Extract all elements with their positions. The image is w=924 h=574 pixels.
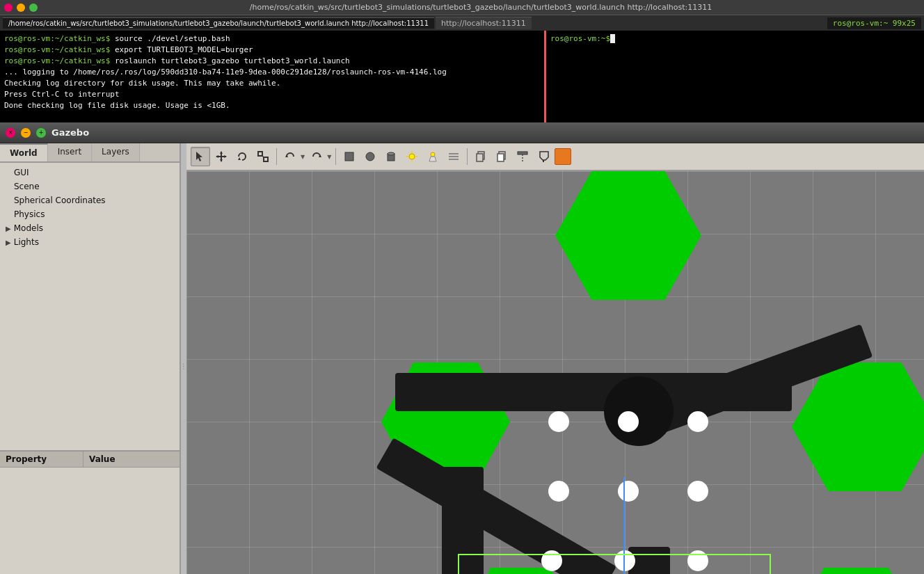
cylinder-shape-btn[interactable] (381, 147, 401, 166)
redo-icon (311, 151, 322, 162)
sep-1 (276, 148, 277, 165)
terminal-right-pane: ros@ros-vm:~$ (546, 31, 924, 122)
undo-dropdown-arrow[interactable]: ▼ (300, 154, 305, 160)
tree-item-spherical[interactable]: Spherical Coordinates (0, 193, 180, 207)
select-icon (194, 150, 207, 163)
tree-item-scene[interactable]: Scene (0, 180, 180, 193)
svg-point-17 (409, 154, 415, 159)
term-min-dot[interactable] (17, 3, 25, 12)
rotate-tool-btn[interactable] (232, 147, 252, 166)
tree-item-models-label: Models (14, 223, 43, 233)
tab-layers[interactable]: Layers (92, 143, 140, 161)
dot-2-1 (548, 481, 569, 502)
spot-light-btn[interactable] (423, 147, 443, 166)
svg-marker-5 (216, 155, 218, 158)
dir-light-icon (447, 150, 460, 163)
sphere-shape-btn[interactable] (360, 147, 380, 166)
left-panel: World Insert Layers GUI Scene Spherical … (0, 143, 181, 574)
svg-marker-3 (220, 151, 223, 154)
dot-2-3 (687, 481, 708, 502)
gazebo-max-btn[interactable]: + (36, 128, 46, 138)
terminal-tabs: /home/ros/catkin_ws/src/turtlebot3_simul… (0, 15, 924, 31)
sep-3 (467, 148, 468, 165)
term-line-7: Done checking log file disk usage. Usage… (4, 100, 540, 111)
paste-btn[interactable] (492, 147, 511, 166)
value-col-header: Value (83, 452, 180, 467)
tree-item-models[interactable]: ▶ Models (0, 221, 180, 235)
lights-expand-arrow: ▶ (6, 239, 11, 246)
dot-2-2 (618, 481, 639, 502)
redo-group: ▼ (307, 147, 332, 166)
svg-rect-9 (264, 157, 268, 161)
redo-dropdown-arrow[interactable]: ▼ (326, 154, 332, 160)
dir-light-btn[interactable] (444, 147, 463, 166)
align-btn[interactable] (513, 147, 532, 166)
svg-marker-7 (238, 157, 241, 160)
align-icon (516, 150, 529, 163)
point-light-btn[interactable] (402, 147, 422, 166)
gazebo-window: × − + Gazebo World Insert Layers GUI Sce… (0, 122, 924, 574)
selection-rect (458, 554, 771, 574)
svg-point-16 (388, 152, 395, 155)
svg-line-10 (262, 156, 264, 157)
svg-rect-29 (497, 154, 504, 161)
models-expand-arrow: ▶ (6, 225, 11, 232)
scene-objects (186, 171, 924, 574)
svg-rect-30 (518, 152, 527, 154)
view-angle-btn[interactable] (555, 148, 571, 165)
properties-panel: Property Value (0, 450, 180, 574)
term-line-6: Press Ctrl-C to interrupt (4, 89, 540, 100)
box-shape-btn[interactable] (340, 147, 359, 166)
term-line-5: Checking log directory for disk usage. T… (4, 78, 540, 89)
copy-btn[interactable] (471, 147, 491, 166)
dot-1-2 (618, 411, 639, 432)
terminal-title: /home/ros/catkin_ws/src/turtlebot3_simul… (42, 3, 920, 12)
translate-tool-btn[interactable] (212, 147, 231, 166)
undo-group: ▼ (280, 147, 305, 166)
tree-item-gui[interactable]: GUI (0, 166, 180, 180)
terminal-left-pane: ros@ros-vm:~/catkin_ws$ source ./devel/s… (0, 31, 546, 122)
term-line-4: ... logging to /home/ros/.ros/log/590dd3… (4, 67, 540, 78)
gazebo-titlebar: × − + Gazebo (0, 122, 924, 143)
gazebo-close-btn[interactable]: × (6, 128, 15, 138)
terminal-tab-2[interactable]: http://localhost:11311 (436, 17, 532, 29)
term-line-3: ros@ros-vm:~/catkin_ws$ roslaunch turtle… (4, 56, 540, 67)
snap-btn[interactable] (534, 147, 553, 166)
term-line-2: ros@ros-vm:~/catkin_ws$ export TURTLEBOT… (4, 45, 540, 56)
hex-bottom-right (792, 568, 921, 574)
tree-item-physics[interactable]: Physics (0, 207, 180, 221)
redo-btn[interactable] (307, 147, 326, 166)
undo-btn[interactable] (280, 147, 300, 166)
terminal-tab-1[interactable]: /home/ros/catkin_ws/src/turtlebot3_simul… (3, 17, 434, 29)
scale-tool-btn[interactable] (253, 147, 273, 166)
tree-item-lights[interactable]: ▶ Lights (0, 235, 180, 249)
point-light-icon (406, 150, 418, 163)
tab-world[interactable]: World (0, 143, 48, 161)
viewport[interactable] (186, 171, 924, 574)
svg-point-22 (431, 152, 435, 157)
svg-rect-27 (477, 154, 483, 161)
property-col-header: Property (0, 452, 83, 467)
svg-rect-8 (258, 152, 262, 156)
terminal-right-info: ros@ros-vm:~ 99x25 (827, 17, 921, 29)
cylinder-icon (385, 150, 397, 163)
hex-mid-right (792, 362, 924, 491)
rotate-icon (236, 150, 248, 163)
box-icon (343, 150, 356, 163)
resize-handle[interactable]: ⋮ (181, 143, 186, 574)
svg-rect-33 (559, 152, 567, 161)
select-tool-btn[interactable] (191, 147, 210, 166)
svg-marker-4 (220, 159, 223, 162)
dot-1-1 (548, 411, 569, 432)
gazebo-min-btn[interactable]: − (21, 128, 31, 138)
view-angle-icon (557, 151, 568, 162)
world-tree: GUI Scene Spherical Coordinates Physics … (0, 163, 180, 450)
svg-point-14 (366, 152, 374, 161)
term-close-dot[interactable] (4, 3, 13, 12)
terminal-content: ros@ros-vm:~/catkin_ws$ source ./devel/s… (0, 31, 924, 122)
term-max-dot[interactable] (29, 3, 38, 12)
terminal-bar: /home/ros/catkin_ws/src/turtlebot3_simul… (0, 0, 924, 15)
sep-2 (335, 148, 336, 165)
tab-insert[interactable]: Insert (48, 143, 92, 161)
term-right-prompt: ros@ros-vm:~$ (550, 33, 920, 45)
